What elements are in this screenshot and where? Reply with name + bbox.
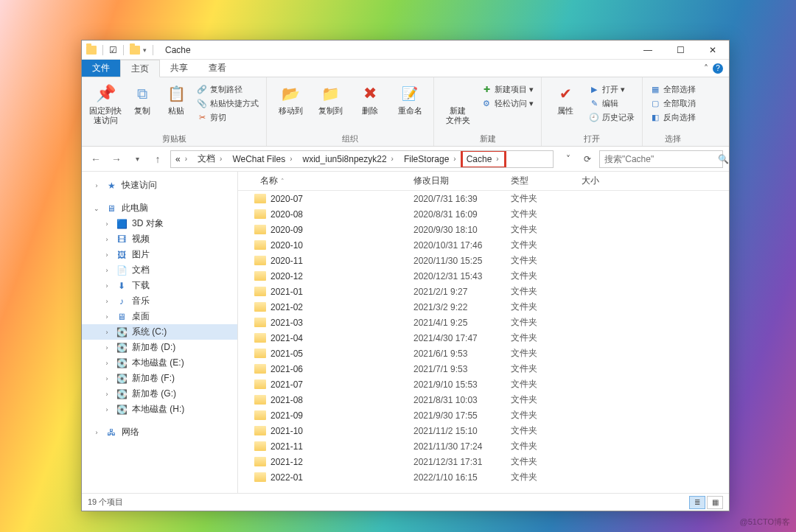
- watermark: @51CTO博客: [740, 517, 790, 528]
- table-row[interactable]: 2021-082021/8/31 10:03文件夹: [238, 392, 729, 407]
- up-button[interactable]: ↑: [150, 151, 166, 167]
- history-button[interactable]: 🕘历史记录: [587, 111, 636, 124]
- sidebar-item[interactable]: ›⬇下载: [82, 278, 237, 293]
- collapse-ribbon-icon[interactable]: ˄: [704, 63, 708, 74]
- open-button[interactable]: ▶打开 ▾: [587, 83, 636, 96]
- col-name[interactable]: 名称˄: [238, 172, 408, 190]
- sidebar-item[interactable]: ›🖼图片: [82, 247, 237, 262]
- col-size[interactable]: 大小: [576, 172, 635, 190]
- sidebar-item[interactable]: ›📄文档: [82, 262, 237, 278]
- sidebar-item[interactable]: ›💽本地磁盘 (H:): [82, 402, 237, 417]
- table-row[interactable]: 2020-102020/10/31 17:46文件夹: [238, 237, 729, 253]
- tab-share[interactable]: 共享: [160, 60, 198, 77]
- col-type[interactable]: 类型: [505, 172, 576, 190]
- folder-icon[interactable]: [130, 46, 140, 55]
- help-icon[interactable]: ?: [713, 63, 723, 74]
- select-all-button[interactable]: ▦全部选择: [649, 83, 697, 96]
- table-row[interactable]: 2021-042021/4/30 17:47文件夹: [238, 330, 729, 346]
- breadcrumb-seg[interactable]: 文档›: [193, 151, 228, 167]
- table-row[interactable]: 2021-122021/12/31 17:31文件夹: [238, 454, 729, 469]
- table-row[interactable]: 2020-082020/8/31 16:09文件夹: [238, 206, 729, 222]
- search-icon[interactable]: 🔍: [718, 154, 729, 164]
- back-button[interactable]: ←: [88, 151, 104, 167]
- group-label-open: 打开: [548, 132, 636, 144]
- sidebar-this-pc[interactable]: ⌄🖥此电脑: [82, 200, 237, 216]
- folder-icon: [254, 410, 266, 420]
- sidebar-item[interactable]: ›🖥桌面: [82, 309, 237, 324]
- breadcrumb-seg[interactable]: wxid_iun5i8npezyk22›: [298, 151, 399, 167]
- table-row[interactable]: 2021-102021/11/2 15:10文件夹: [238, 423, 729, 438]
- table-row[interactable]: 2021-092021/9/30 17:55文件夹: [238, 407, 729, 423]
- paste-button[interactable]: 📋粘贴: [161, 80, 191, 116]
- rename-button[interactable]: 📝重命名: [392, 80, 427, 116]
- breadcrumb-root[interactable]: «›: [171, 151, 193, 167]
- sidebar-item[interactable]: ›💽新加卷 (G:): [82, 386, 237, 402]
- tab-home[interactable]: 主页: [120, 60, 160, 77]
- invert-selection-button[interactable]: ◧反向选择: [649, 111, 697, 124]
- breadcrumb-seg[interactable]: FileStorage›: [399, 151, 462, 167]
- chevron-down-icon[interactable]: ▾: [143, 46, 147, 54]
- table-row[interactable]: 2021-062021/7/1 9:53文件夹: [238, 361, 729, 377]
- refresh-button[interactable]: ⟳: [580, 151, 595, 167]
- tab-view[interactable]: 查看: [198, 60, 237, 77]
- table-row[interactable]: 2021-052021/6/1 9:53文件夹: [238, 346, 729, 361]
- delete-button[interactable]: ✖删除: [352, 80, 388, 116]
- recent-chevron-icon[interactable]: ▾: [129, 151, 145, 167]
- address-dropdown-icon[interactable]: ˅: [561, 151, 576, 167]
- copyto-button[interactable]: 📁复制到: [313, 80, 348, 116]
- easy-access-button[interactable]: ⚙轻松访问 ▾: [480, 97, 535, 110]
- table-row[interactable]: 2021-012021/2/1 9:27文件夹: [238, 284, 729, 299]
- folder-icon: [254, 194, 266, 203]
- table-row[interactable]: 2020-112020/11/30 15:25文件夹: [238, 253, 729, 268]
- forward-button[interactable]: →: [108, 151, 125, 167]
- sidebar-quick-access[interactable]: ›★快速访问: [82, 178, 237, 193]
- breadcrumb[interactable]: «› 文档› WeChat Files› wxid_iun5i8npezyk22…: [170, 150, 554, 168]
- search-field[interactable]: [604, 154, 715, 164]
- copy-button[interactable]: ⧉复制: [128, 80, 157, 116]
- col-date[interactable]: 修改日期: [408, 172, 505, 190]
- folder-icon: [254, 457, 266, 466]
- table-row[interactable]: 2021-112021/11/30 17:24文件夹: [238, 438, 729, 454]
- minimize-button[interactable]: —: [632, 41, 664, 60]
- sidebar-item[interactable]: ›💽系统 (C:): [82, 324, 237, 340]
- folder-icon: [254, 364, 266, 374]
- close-button[interactable]: ✕: [696, 41, 729, 60]
- sidebar-item[interactable]: ›♪音乐: [82, 293, 237, 309]
- select-none-button[interactable]: ▢全部取消: [649, 97, 697, 110]
- table-row[interactable]: 2021-072021/9/10 15:53文件夹: [238, 377, 729, 392]
- sidebar-item[interactable]: ›💽新加卷 (F:): [82, 371, 237, 386]
- breadcrumb-seg[interactable]: WeChat Files›: [228, 151, 298, 167]
- table-row[interactable]: 2021-032021/4/1 9:25文件夹: [238, 315, 729, 330]
- moveto-button[interactable]: 📂移动到: [273, 80, 308, 116]
- view-details-button[interactable]: ≣: [689, 496, 705, 509]
- tab-file[interactable]: 文件: [82, 60, 120, 77]
- pin-button[interactable]: 📌固定到快 速访问: [88, 80, 123, 125]
- checkbox-icon[interactable]: ☑: [109, 45, 117, 55]
- sidebar-item[interactable]: ›🎞视频: [82, 231, 237, 247]
- sidebar-item[interactable]: ›💽本地磁盘 (E:): [82, 355, 237, 371]
- copy-path-button[interactable]: 🔗复制路径: [195, 83, 260, 96]
- table-row[interactable]: 2020-122020/12/31 15:43文件夹: [238, 268, 729, 284]
- table-row[interactable]: 2020-072020/7/31 16:39文件夹: [238, 191, 729, 206]
- breadcrumb-seg-current[interactable]: Cache›: [462, 151, 505, 167]
- search-input[interactable]: 🔍: [599, 150, 723, 168]
- separator: [153, 45, 153, 55]
- maximize-button[interactable]: ☐: [664, 41, 696, 60]
- sidebar-item[interactable]: ›💽新加卷 (D:): [82, 340, 237, 355]
- sidebar-item[interactable]: ›🟦3D 对象: [82, 216, 237, 231]
- ribbon-group-select: ▦全部选择 ▢全部取消 ◧反向选择 选择: [643, 77, 703, 146]
- table-row[interactable]: 2022-012022/1/10 16:15文件夹: [238, 469, 729, 485]
- group-label-organize: 组织: [273, 132, 427, 144]
- cut-button[interactable]: ✂剪切: [195, 111, 260, 124]
- folder-icon: [254, 240, 266, 250]
- edit-button[interactable]: ✎编辑: [587, 97, 636, 110]
- new-folder-button[interactable]: 新建 文件夹: [440, 80, 475, 125]
- table-row[interactable]: 2021-022021/3/2 9:22文件夹: [238, 299, 729, 315]
- paste-shortcut-button[interactable]: 📎粘贴快捷方式: [195, 97, 260, 110]
- item-count: 19 个项目: [88, 497, 123, 508]
- view-icons-button[interactable]: ▦: [707, 496, 723, 509]
- table-row[interactable]: 2020-092020/9/30 18:10文件夹: [238, 222, 729, 237]
- sidebar-network[interactable]: ›🖧网络: [82, 424, 237, 440]
- properties-button[interactable]: ✔属性: [548, 80, 583, 116]
- new-item-button[interactable]: ✚新建项目 ▾: [480, 83, 535, 96]
